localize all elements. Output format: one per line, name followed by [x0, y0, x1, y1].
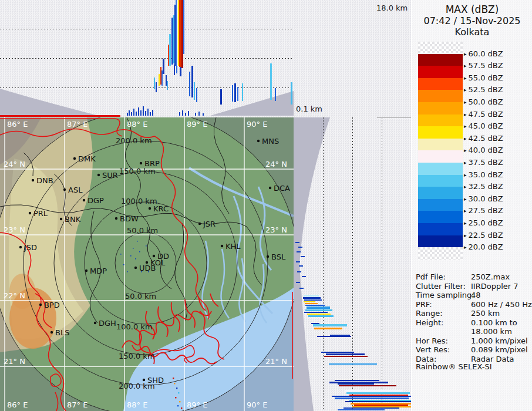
city-label: BSL — [271, 252, 286, 261]
echo-column — [237, 87, 238, 101]
city-label: BPD — [44, 301, 60, 309]
echo-column — [147, 109, 149, 116]
height-gridline — [323, 117, 324, 411]
legend-scale-label: ▸45.0 dBZ — [464, 122, 503, 130]
echo-row — [345, 401, 411, 402]
height-profile-top-panel[interactable] — [0, 0, 294, 117]
metadata-key: Hor Res: — [416, 336, 471, 346]
range-ring-label: 100.0 km — [116, 322, 153, 331]
range-ring-label: 50.0 km — [125, 292, 156, 301]
clipped-boundary-line — [0, 115, 120, 117]
metadata-value: 18.000 km — [471, 327, 512, 336]
metadata-value: 250 km — [471, 309, 500, 318]
legend-swatch — [418, 114, 463, 127]
metadata-key: Clutter Filter: — [416, 282, 471, 291]
radar-viewer-window: 200.0 km150.0 km100.0 km50.0 km50.0 km10… — [0, 0, 532, 411]
city-label: MNS — [262, 137, 279, 146]
metadata-row: Vert Res:0.089 km/pixel — [416, 345, 531, 355]
metadata-key — [416, 327, 471, 336]
metadata-row: 18.000 km — [416, 327, 531, 336]
panel-top-border — [377, 117, 411, 118]
city-dot — [198, 223, 201, 225]
geo-label: 22° N — [4, 291, 25, 300]
city-dot — [134, 267, 137, 269]
legend-scale-label: ▸27.5 dBZ — [464, 206, 503, 215]
city-label: DNB — [36, 176, 53, 185]
height-gridline — [0, 29, 294, 29]
legend-swatch — [418, 199, 463, 211]
height-profile-right-panel[interactable] — [294, 117, 411, 411]
metadata-value: 250Z.max — [471, 272, 510, 282]
echo-row — [302, 276, 306, 277]
echo-row — [324, 356, 368, 357]
city-label: BRP — [144, 159, 160, 168]
city-label: DGH — [99, 319, 116, 328]
geo-label: 21° N — [265, 357, 287, 366]
legend-scale-label: ▸22.5 dBZ — [464, 231, 503, 240]
city-dot — [50, 331, 53, 333]
echo-row — [308, 315, 334, 317]
range-ring-label: 150.0 km — [119, 352, 155, 361]
city-dot — [39, 304, 42, 306]
echo-column — [183, 0, 184, 54]
legend-swatch — [418, 126, 463, 139]
city-label: SHD — [147, 376, 164, 385]
geo-label: 21° N — [4, 357, 25, 366]
echo-column — [234, 83, 236, 102]
legend-scale-label: ▸50.0 dBZ — [464, 97, 503, 106]
metadata-row: PRF:600 Hz / 450 Hz — [416, 300, 531, 309]
echo-speck — [177, 405, 179, 406]
legend-scale-label: ▸57.5 dBZ — [464, 61, 503, 70]
echo-column — [275, 88, 276, 101]
city-label: UDB — [139, 264, 156, 272]
metadata-key: PRF: — [416, 300, 471, 309]
radar-map-area[interactable]: 200.0 km150.0 km100.0 km50.0 km50.0 km10… — [0, 117, 294, 411]
echo-column — [195, 113, 196, 116]
city-dot — [257, 140, 260, 142]
echo-column — [194, 82, 195, 100]
echo-column — [169, 34, 171, 66]
legend-swatch — [418, 187, 463, 199]
metadata-value: 1.000 km/pixel — [471, 336, 528, 346]
echo-column — [156, 82, 157, 92]
metadata-row: Time sampling:48 — [416, 291, 531, 300]
echo-column — [159, 74, 160, 86]
metadata-value: 0.089 km/pixel — [471, 345, 528, 355]
echo-column — [176, 66, 177, 73]
legend-swatch — [418, 211, 463, 223]
radar-map[interactable]: 200.0 km150.0 km100.0 km50.0 km50.0 km10… — [0, 117, 294, 411]
range-ring-label: 50.0 km — [127, 226, 158, 235]
legend-scale-label: ▸52.5 dBZ — [464, 85, 503, 94]
geo-label: 24° N — [265, 160, 287, 169]
echo-column — [203, 113, 204, 116]
geo-label: 87° E — [67, 400, 87, 409]
metadata-row: Clutter Filter:IIRDoppler 7 — [416, 282, 531, 291]
echo-row — [346, 392, 410, 394]
legend-swatch — [418, 235, 463, 248]
height-gridline — [382, 117, 382, 411]
echo-column — [133, 109, 134, 116]
geo-label: 89° E — [187, 120, 207, 129]
echo-column — [196, 88, 197, 102]
echo-row — [335, 397, 409, 399]
metadata-key: Range: — [416, 309, 471, 318]
metadata-key: Time sampling: — [416, 291, 471, 300]
echo-speck — [181, 407, 182, 409]
echo-column — [152, 110, 153, 116]
city-label: JSR — [203, 220, 216, 228]
echo-speck — [173, 378, 174, 379]
echo-row — [301, 256, 305, 257]
geo-label: 87° E — [67, 120, 87, 129]
echo-row — [299, 288, 304, 289]
echo-row — [304, 301, 315, 302]
city-label: MDP — [90, 267, 107, 275]
city-dot — [97, 174, 100, 176]
legend-panel: MAX (dBZ) 07:42 / 15-Nov-2025 Kolkata ▸6… — [411, 0, 532, 411]
metadata-key: Pdf File: — [416, 272, 471, 282]
city-dot — [32, 179, 34, 181]
city-dot — [83, 199, 85, 201]
city-label: KRC — [153, 204, 169, 213]
echo-row — [335, 380, 379, 381]
echo-row — [298, 247, 302, 248]
echo-row — [296, 282, 300, 283]
